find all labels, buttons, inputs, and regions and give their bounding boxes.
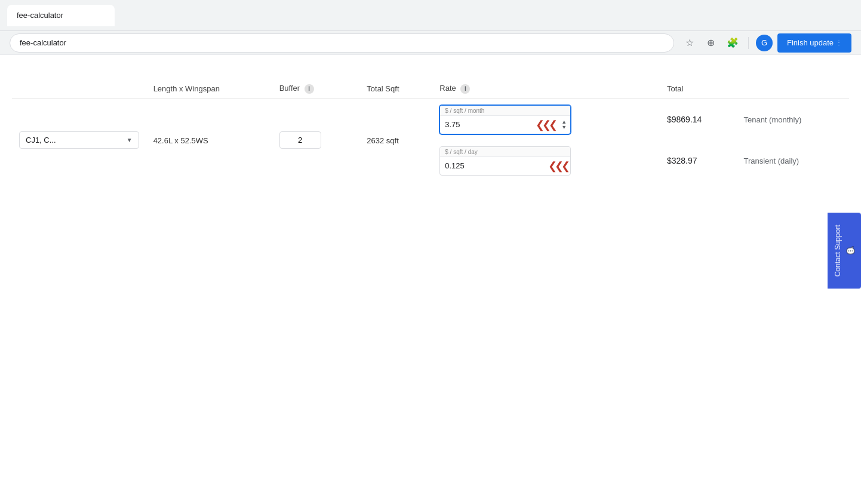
total-monthly-value: $9869.14 (667, 115, 702, 124)
contact-support-icon: 💬 (847, 247, 855, 256)
divider (748, 37, 749, 49)
fee-type-monthly-label: Tenant (monthly) (743, 115, 801, 124)
length-wingspan-cell: 42.6L x 52.5WS (146, 99, 272, 182)
fee-type-monthly-cell: Tenant (monthly) (736, 99, 849, 140)
chevrons-daily-icon: ❮❮❮ (548, 159, 568, 173)
finish-update-button[interactable]: Finish update ⋮ (777, 33, 851, 53)
rate-daily-value[interactable]: 0.125 (445, 161, 546, 170)
fee-table: Length x Wingspan Buffer i Total Sqft Ra… (12, 79, 849, 182)
table-body: CJ1, C... ▼ 42.6L x 52.5WS 2632 sqft $ /… (12, 99, 849, 182)
fee-type-daily-label: Transient (daily) (743, 156, 799, 165)
rate-monthly-value[interactable]: 3.75 (445, 120, 533, 129)
browser-tab[interactable]: fee-calculator (7, 5, 115, 26)
address-bar[interactable]: fee-calculator (10, 33, 674, 53)
total-sqft-cell: 2632 sqft (359, 99, 432, 182)
rate-monthly-box[interactable]: $ / sqft / month 3.75 ❮❮❮ ▲ ▼ (439, 105, 571, 134)
extensions-icon[interactable]: ⊕ (703, 35, 719, 51)
finish-update-label: Finish update (787, 38, 834, 47)
total-monthly-cell: $9869.14 (660, 99, 737, 140)
buffer-info-icon[interactable]: i (305, 84, 314, 94)
contact-support-button[interactable]: 💬 Contact Support (828, 213, 861, 289)
rate-daily-cell: $ / sqft / day 0.125 ❮❮❮ (432, 140, 660, 182)
contact-support-label: Contact Support (834, 225, 842, 277)
finish-update-menu-icon: ⋮ (836, 39, 842, 46)
table-row: CJ1, C... ▼ 42.6L x 52.5WS 2632 sqft $ /… (12, 99, 849, 140)
browser-icons: ☆ ⊕ 🧩 G Finish update ⋮ (681, 33, 851, 53)
address-bar-row: fee-calculator ☆ ⊕ 🧩 G Finish update ⋮ (0, 31, 861, 55)
tab-title: fee-calculator (17, 11, 63, 20)
main-content: Length x Wingspan Buffer i Total Sqft Ra… (0, 55, 861, 504)
rate-daily-label: $ / sqft / day (440, 147, 570, 157)
rate-monthly-input-row: 3.75 ❮❮❮ ▲ ▼ (440, 116, 570, 134)
rate-daily-box[interactable]: $ / sqft / day 0.125 ❮❮❮ (439, 146, 571, 176)
rate-monthly-down[interactable]: ▼ (560, 125, 568, 130)
chevrons-monthly-icon: ❮❮❮ (536, 118, 555, 131)
browser-bar: fee-calculator (0, 0, 861, 31)
total-daily-value: $328.97 (667, 156, 697, 165)
rate-monthly-spinner: ▲ ▼ (560, 119, 568, 130)
address-text: fee-calculator (20, 38, 66, 47)
star-icon[interactable]: ☆ (681, 35, 698, 51)
length-wingspan-value: 42.6L x 52.5WS (153, 136, 208, 145)
aircraft-value: CJ1, C... (26, 136, 56, 145)
col-aircraft (12, 79, 146, 99)
col-total: Total (660, 79, 737, 99)
col-fee-type (736, 79, 849, 99)
user-avatar[interactable]: G (756, 35, 773, 51)
col-total-sqft: Total Sqft (359, 79, 432, 99)
total-sqft-value: 2632 sqft (367, 136, 399, 145)
rate-daily-input-row: 0.125 ❮❮❮ (440, 157, 570, 175)
rate-monthly-cell: $ / sqft / month 3.75 ❮❮❮ ▲ ▼ (432, 99, 660, 140)
buffer-cell (272, 99, 360, 182)
col-rate: Rate i (432, 79, 660, 99)
dropdown-arrow-icon: ▼ (127, 137, 133, 143)
puzzle-icon[interactable]: 🧩 (724, 35, 741, 51)
col-length-wingspan: Length x Wingspan (146, 79, 272, 99)
fee-type-daily-cell: Transient (daily) (736, 140, 849, 182)
total-daily-cell: $328.97 (660, 140, 737, 182)
rate-monthly-label: $ / sqft / month (440, 106, 570, 116)
table-header: Length x Wingspan Buffer i Total Sqft Ra… (12, 79, 849, 99)
col-buffer: Buffer i (272, 79, 360, 99)
buffer-input[interactable] (279, 131, 321, 149)
aircraft-cell: CJ1, C... ▼ (12, 99, 146, 182)
aircraft-dropdown[interactable]: CJ1, C... ▼ (19, 131, 139, 149)
rate-info-icon[interactable]: i (460, 84, 470, 94)
